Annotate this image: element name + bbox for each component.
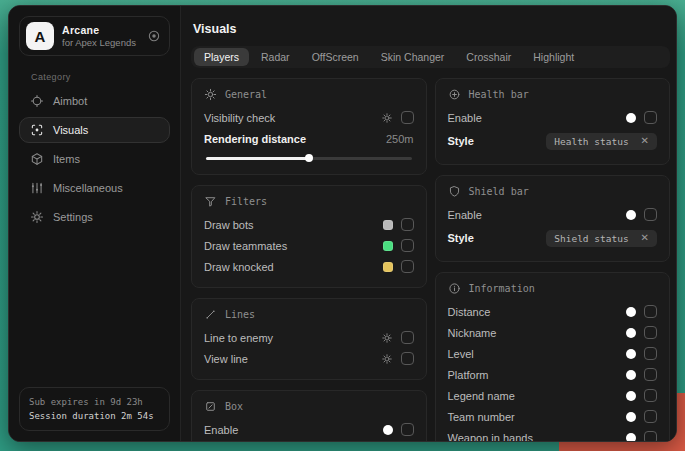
brand-text: Arcane for Apex Legends (62, 24, 139, 48)
view-line-row: View line (204, 348, 414, 369)
color-swatch[interactable] (626, 349, 636, 359)
sidebar-item-visuals[interactable]: Visuals (19, 117, 170, 143)
view-line-checkbox[interactable] (401, 352, 414, 365)
page-title: Visuals (193, 22, 670, 36)
line-to-enemy-checkbox[interactable] (401, 331, 414, 344)
shield-enable-row: Enable (448, 204, 658, 225)
section-title: Health bar (469, 89, 529, 100)
shield-style-select[interactable]: Shield status ✕ (546, 230, 657, 247)
section-title: Box (225, 401, 243, 412)
shield-enable-checkbox[interactable] (644, 208, 657, 221)
weapon-in-hands-checkbox[interactable] (644, 431, 657, 442)
slider-thumb[interactable] (305, 154, 313, 162)
sidebar-item-label: Settings (53, 211, 93, 223)
app-logo: A (26, 22, 54, 50)
tab-highlight[interactable]: Highlight (523, 48, 584, 66)
draw-knocked-row: Draw knocked (204, 256, 414, 277)
box-background-row: Enable background (204, 440, 414, 442)
health-enable-checkbox[interactable] (644, 111, 657, 124)
gear-icon (30, 210, 44, 224)
clear-icon[interactable]: ✕ (641, 136, 649, 146)
sidebar-item-label: Miscellaneous (53, 182, 123, 194)
general-card-header: General (204, 88, 414, 101)
tab-radar[interactable]: Radar (251, 48, 300, 66)
nickname-row: Nickname (448, 322, 658, 343)
clear-icon[interactable]: ✕ (641, 233, 649, 243)
app-window: A Arcane for Apex Legends Category Aimbo… (8, 5, 677, 442)
color-swatch[interactable] (383, 425, 393, 435)
rendering-distance-row: Rendering distance 250m (204, 128, 414, 149)
section-title: General (225, 89, 267, 100)
color-swatch[interactable] (626, 370, 636, 380)
section-title: Filters (225, 196, 267, 207)
team-number-checkbox[interactable] (644, 410, 657, 423)
tab-offscreen[interactable]: OffScreen (302, 48, 369, 66)
line-icon (204, 308, 217, 321)
sidebar-item-label: Items (53, 153, 80, 165)
rendering-distance-slider[interactable] (206, 157, 412, 160)
setting-label: Distance (448, 306, 491, 318)
color-swatch[interactable] (383, 241, 393, 251)
box-enable-checkbox[interactable] (401, 423, 414, 436)
platform-checkbox[interactable] (644, 368, 657, 381)
sidebar-item-miscellaneous[interactable]: Miscellaneous (19, 175, 170, 201)
tab-players[interactable]: Players (194, 48, 249, 66)
box-card-header: Box (204, 400, 414, 413)
tab-skin-changer[interactable]: Skin Changer (371, 48, 455, 66)
settings-columns: General Visibility check Rendering dista… (191, 78, 670, 442)
visibility-check-row: Visibility check (204, 107, 414, 128)
app-name: Arcane (62, 24, 139, 36)
color-swatch[interactable] (626, 210, 636, 220)
draw-bots-row: Draw bots (204, 214, 414, 235)
health-enable-row: Enable (448, 107, 658, 128)
crosshair-icon (30, 94, 44, 108)
tab-crosshair[interactable]: Crosshair (456, 48, 521, 66)
lines-card-header: Lines (204, 308, 414, 321)
sidebar-item-items[interactable]: Items (19, 146, 170, 172)
setting-label: Nickname (448, 327, 497, 339)
settings-icon[interactable] (381, 112, 393, 124)
slider-fill (206, 157, 309, 160)
setting-label: Line to enemy (204, 332, 273, 344)
level-checkbox[interactable] (644, 347, 657, 360)
app-subtitle: for Apex Legends (62, 37, 139, 48)
distance-checkbox[interactable] (644, 305, 657, 318)
sidebar-item-settings[interactable]: Settings (19, 204, 170, 230)
nickname-checkbox[interactable] (644, 326, 657, 339)
settings-icon[interactable] (381, 353, 393, 365)
setting-label: Draw bots (204, 219, 254, 231)
color-swatch[interactable] (626, 328, 636, 338)
color-swatch[interactable] (383, 220, 393, 230)
health-style-select[interactable]: Health status ✕ (546, 133, 657, 150)
setting-label: Style (448, 135, 474, 147)
color-swatch[interactable] (626, 433, 636, 443)
section-title: Lines (225, 309, 255, 320)
session-duration-text: Session duration 2m 54s (29, 409, 160, 423)
color-swatch[interactable] (383, 262, 393, 272)
target-icon[interactable] (147, 29, 161, 43)
setting-label: Enable (204, 424, 238, 436)
health-icon (448, 88, 461, 101)
draw-knocked-checkbox[interactable] (401, 260, 414, 273)
funnel-icon (204, 195, 217, 208)
color-swatch[interactable] (626, 391, 636, 401)
scan-icon (30, 123, 44, 137)
sidebar-item-aimbot[interactable]: Aimbot (19, 88, 170, 114)
sun-gear-icon (204, 88, 217, 101)
legend-name-checkbox[interactable] (644, 389, 657, 402)
visibility-check-checkbox[interactable] (401, 111, 414, 124)
setting-label: Visibility check (204, 112, 275, 124)
color-swatch[interactable] (626, 113, 636, 123)
setting-label: Enable (448, 209, 482, 221)
setting-label: Style (448, 232, 474, 244)
health-bar-card: Health bar Enable Style Health status (435, 78, 671, 165)
draw-bots-checkbox[interactable] (401, 218, 414, 231)
lines-card: Lines Line to enemy View line (191, 298, 427, 380)
cube-icon (30, 152, 44, 166)
draw-teammates-checkbox[interactable] (401, 239, 414, 252)
setting-label: View line (204, 353, 248, 365)
color-swatch[interactable] (626, 307, 636, 317)
sliders-icon (30, 181, 44, 195)
color-swatch[interactable] (626, 412, 636, 422)
settings-icon[interactable] (381, 332, 393, 344)
